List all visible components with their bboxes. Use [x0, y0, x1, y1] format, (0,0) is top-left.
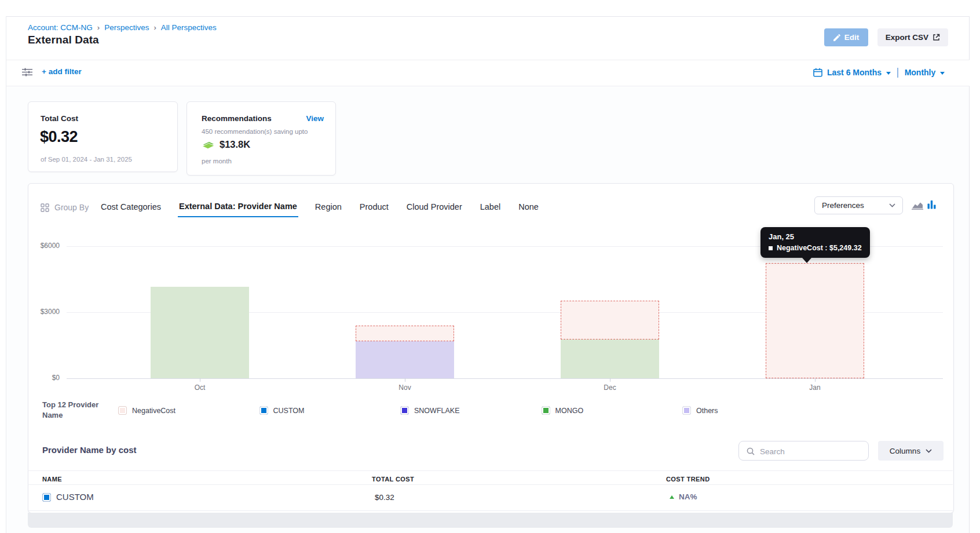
trend-up-icon — [670, 495, 674, 499]
edit-button-label: Edit — [844, 33, 860, 42]
tab-cost-categories[interactable]: Cost Categories — [100, 198, 162, 217]
area-chart-toggle-icon[interactable] — [912, 201, 923, 212]
legend-title: Top 12 Provider Name — [42, 400, 107, 421]
legend-swatch — [259, 406, 268, 415]
column-header-name[interactable]: NAME — [42, 476, 62, 483]
breadcrumb-link[interactable]: Account: CCM-NG — [28, 23, 93, 32]
trend-value: NA% — [679, 492, 697, 501]
columns-button[interactable]: Columns — [878, 441, 944, 461]
calendar-icon — [813, 68, 822, 77]
provider-name-cell: CUSTOM — [56, 492, 94, 502]
bar-segment-negativecost-dec[interactable] — [561, 301, 659, 339]
legend-swatch — [400, 406, 409, 415]
bar-segment-mongo-oct[interactable] — [151, 287, 249, 378]
page-border-right — [969, 16, 970, 533]
legend-swatch — [118, 406, 127, 415]
next-row-partial — [28, 513, 953, 528]
tooltip-series-value: NegativeCost : $5,249.32 — [777, 244, 862, 252]
table-search — [738, 441, 869, 461]
recommendations-view-link[interactable]: View — [306, 114, 324, 123]
add-filter-button[interactable]: + add filter — [42, 67, 82, 76]
filter-sliders-icon[interactable] — [22, 68, 32, 79]
legend-label: SNOWFLAKE — [414, 407, 460, 415]
preferences-label: Preferences — [822, 201, 864, 210]
legend-item-mongo[interactable]: MONGO — [542, 406, 584, 415]
tooltip-caret — [802, 258, 811, 263]
breadcrumb-link[interactable]: All Perspectives — [161, 23, 217, 32]
page-border-top — [6, 16, 970, 17]
tab-external-data-provider-name[interactable]: External Data: Provider Name — [178, 197, 298, 217]
legend-label: MONGO — [555, 407, 584, 415]
table-row[interactable]: CUSTOM$0.32NA% — [28, 484, 953, 510]
total-cost-card: Total Cost $0.32 of Sep 01, 2024 - Jan 3… — [28, 101, 178, 172]
breadcrumb-link[interactable]: Perspectives — [104, 23, 149, 32]
breadcrumb: Account: CCM-NG›Perspectives›All Perspec… — [28, 22, 217, 32]
legend-swatch — [682, 406, 691, 415]
table-border — [28, 510, 953, 511]
chevron-down-icon[interactable] — [940, 72, 945, 75]
time-range-controls: Last 6 Months Monthly — [813, 66, 945, 79]
group-by-tabs: Cost CategoriesExternal Data: Provider N… — [100, 197, 540, 217]
bar-chart-toggle-icon[interactable] — [927, 200, 936, 211]
external-link-icon — [933, 34, 940, 41]
preferences-dropdown[interactable]: Preferences — [814, 196, 903, 214]
bar-segment-negativecost-nov[interactable] — [356, 326, 454, 341]
total-cost-period: of Sep 01, 2024 - Jan 31, 2025 — [41, 156, 132, 163]
cost-trend-cell: NA% — [670, 492, 697, 501]
total-cost-label: Total Cost — [41, 114, 78, 123]
bar-segment-mongo-dec[interactable] — [561, 339, 659, 378]
legend-item-negativecost[interactable]: NegativeCost — [118, 406, 175, 415]
tooltip-series-bullet — [769, 246, 773, 250]
chevron-down-icon — [889, 203, 895, 207]
column-header-total-cost[interactable]: TOTAL COST — [372, 476, 414, 483]
perspective-page: Account: CCM-NG›Perspectives›All Perspec… — [0, 0, 980, 533]
pencil-icon — [833, 34, 840, 41]
breadcrumb-separator-icon: › — [153, 23, 156, 32]
total-cost-cell: $0.32 — [375, 493, 394, 502]
legend-label: CUSTOM — [273, 407, 305, 415]
edit-button[interactable]: Edit — [824, 28, 868, 46]
total-cost-value: $0.32 — [40, 128, 78, 146]
page-title: External Data — [28, 34, 99, 46]
tab-product[interactable]: Product — [359, 198, 390, 217]
recommendations-card: Recommendations View 450 recommendation(… — [187, 101, 336, 176]
table-border — [28, 470, 953, 471]
group-by-label: Group By — [54, 203, 89, 212]
legend-item-others[interactable]: Others — [682, 406, 718, 415]
recommendations-count-text: 450 recommendation(s) saving upto — [202, 128, 308, 135]
search-icon — [747, 447, 755, 458]
breadcrumb-separator-icon: › — [97, 23, 100, 32]
search-input[interactable] — [759, 442, 865, 461]
legend-label: Others — [696, 407, 718, 415]
bar-segment-negativecost-jan[interactable] — [766, 263, 864, 378]
recommendations-label: Recommendations — [202, 114, 272, 123]
date-range-dropdown[interactable]: Last 6 Months — [827, 68, 882, 77]
export-csv-button[interactable]: Export CSV — [877, 28, 948, 46]
column-header-cost-trend[interactable]: COST TREND — [666, 476, 710, 483]
tab-none[interactable]: None — [517, 198, 540, 217]
provider-swatch — [42, 493, 51, 502]
savings-money-icon — [202, 140, 215, 149]
tab-region[interactable]: Region — [314, 198, 343, 217]
tooltip-title: Jan, 25 — [769, 232, 862, 241]
legend-item-custom[interactable]: CUSTOM — [259, 406, 305, 415]
recommendations-period-text: per month — [202, 158, 232, 165]
table-title: Provider Name by cost — [42, 445, 137, 455]
group-by-grid-icon — [41, 203, 49, 214]
chevron-down-icon — [926, 449, 932, 453]
legend-swatch — [542, 406, 550, 415]
export-csv-label: Export CSV — [886, 33, 928, 42]
granularity-dropdown[interactable]: Monthly — [905, 68, 936, 77]
tab-cloud-provider[interactable]: Cloud Provider — [405, 198, 463, 217]
savings-amount: $13.8K — [220, 139, 250, 150]
chevron-down-icon[interactable] — [886, 72, 891, 75]
chart-tooltip: Jan, 25 NegativeCost : $5,249.32 — [760, 227, 870, 258]
bar-segment-snowflake-nov[interactable] — [356, 341, 454, 378]
tab-label[interactable]: Label — [479, 198, 502, 217]
divider — [897, 68, 898, 78]
legend-item-snowflake[interactable]: SNOWFLAKE — [400, 406, 460, 415]
columns-button-label: Columns — [890, 447, 920, 455]
legend-label: NegativeCost — [132, 407, 175, 415]
